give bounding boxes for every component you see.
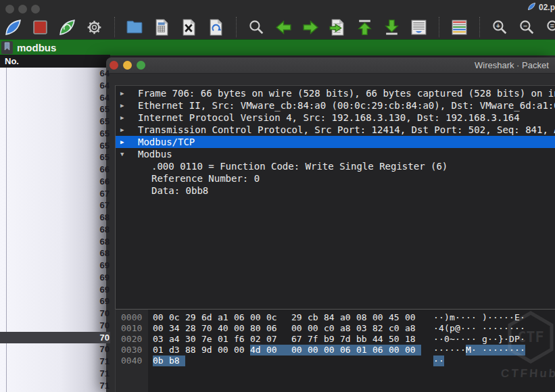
packet-list-row[interactable]: 65	[0, 103, 110, 116]
packet-list-row[interactable]: 66	[0, 164, 110, 176]
hex-byte[interactable]: 06	[340, 345, 356, 356]
packet-list-row[interactable]: 69	[0, 272, 110, 284]
hex-ascii-char[interactable]: ·	[439, 334, 444, 345]
hex-ascii-char[interactable]: ·	[493, 323, 498, 334]
zoom-window-button[interactable]	[31, 5, 40, 14]
hex-ascii-char[interactable]: ·	[444, 345, 450, 356]
find-packet-icon[interactable]	[247, 18, 266, 36]
hex-ascii-char[interactable]: ·	[471, 323, 482, 334]
hex-ascii-char[interactable]: ·	[504, 334, 509, 345]
hex-ascii-char[interactable]: (	[444, 323, 450, 334]
packet-list-row[interactable]: 70	[0, 308, 110, 320]
hex-ascii-char[interactable]: ·	[439, 345, 444, 356]
hex-ascii-char[interactable]: ·	[493, 334, 498, 345]
next-packet-icon[interactable]	[301, 18, 320, 36]
dialog-zoom-button[interactable]	[137, 61, 145, 70]
hex-byte[interactable]: 29	[291, 312, 308, 323]
packet-list-row[interactable]: 70	[0, 343, 110, 356]
colorize-icon[interactable]	[450, 18, 468, 36]
close-file-icon[interactable]	[180, 18, 198, 36]
hex-byte[interactable]: c0	[389, 323, 405, 334]
minimize-window-button[interactable]	[18, 5, 27, 14]
packet-list-row[interactable]: 65	[0, 128, 110, 140]
packet-list-row[interactable]: 69	[0, 260, 110, 272]
packet-list-row[interactable]: 64	[0, 68, 110, 80]
hex-row[interactable]: 00400bb8··	[116, 356, 555, 366]
hex-ascii-char[interactable]: ·	[493, 345, 498, 356]
hex-ascii-char[interactable]: 0	[444, 334, 450, 345]
hex-byte[interactable]: a0	[340, 312, 356, 323]
hex-byte[interactable]: 06	[372, 345, 389, 356]
packet-list-row[interactable]: 68	[0, 247, 110, 260]
hex-ascii-char[interactable]: ·	[439, 312, 444, 323]
hex-byte[interactable]: 02	[250, 334, 266, 345]
hex-byte[interactable]: b8	[169, 356, 185, 366]
filter-bookmark-button[interactable]	[1, 41, 13, 54]
hex-byte[interactable]: 03	[153, 334, 169, 345]
packet-list-row[interactable]: 71	[0, 368, 110, 380]
dialog-minimize-button[interactable]	[123, 61, 132, 70]
hex-byte[interactable]: 00	[405, 345, 421, 356]
hex-ascii-char[interactable]: M	[466, 345, 471, 356]
dialog-title-bar[interactable]: Wireshark · Packet	[106, 57, 555, 74]
hex-byte[interactable]: b9	[324, 334, 340, 345]
hex-byte[interactable]: 40	[218, 323, 234, 334]
hex-byte[interactable]: 0c	[169, 312, 185, 323]
hex-ascii-char[interactable]: }	[498, 334, 504, 345]
hex-byte[interactable]: 84	[324, 312, 340, 323]
chevron-right-icon[interactable]: ▶	[120, 99, 130, 112]
hex-ascii-char[interactable]: ·	[471, 334, 482, 345]
packet-list-row[interactable]: 68	[0, 212, 110, 224]
hex-byte[interactable]: 00	[234, 323, 250, 334]
close-window-button[interactable]	[5, 5, 14, 14]
hex-ascii-char[interactable]: )	[444, 312, 450, 323]
hex-ascii-char[interactable]: ·	[450, 345, 455, 356]
hex-ascii-char[interactable]: ·	[466, 323, 471, 334]
hex-byte[interactable]: a1	[218, 312, 234, 323]
first-packet-icon[interactable]	[356, 18, 374, 36]
hex-ascii-char[interactable]: ·	[439, 356, 444, 366]
hex-byte[interactable]: 08	[356, 312, 372, 323]
hex-byte[interactable]: f6	[234, 334, 250, 345]
hex-byte[interactable]: 29	[185, 312, 201, 323]
packet-list-row[interactable]: 70	[0, 320, 110, 332]
restart-capture-icon[interactable]	[58, 18, 76, 36]
hex-byte[interactable]: 80	[250, 323, 266, 334]
hex-ascii-char[interactable]: ·	[520, 323, 525, 334]
stop-capture-icon[interactable]	[31, 18, 49, 36]
hex-byte[interactable]: bb	[356, 334, 372, 345]
hex-ascii-char[interactable]: p	[450, 323, 455, 334]
hex-byte[interactable]: 34	[169, 323, 185, 334]
packet-list-row[interactable]: 69	[0, 295, 110, 308]
packet-list-row[interactable]: 71	[0, 380, 110, 392]
save-file-icon[interactable]	[153, 18, 171, 36]
hex-byte[interactable]: 00	[234, 345, 250, 356]
hex-ascii-char[interactable]: ·	[460, 334, 466, 345]
hex-ascii-char[interactable]: ·	[471, 345, 482, 356]
hex-ascii-char[interactable]: ·	[471, 312, 482, 323]
packet-detail-row[interactable]: .000 0110 = Function Code: Write Single …	[116, 160, 555, 172]
hex-row[interactable]: 0000000c296da106000c29cb84a008004500··)m…	[116, 312, 555, 323]
hex-ascii-char[interactable]: ·	[482, 323, 487, 334]
hex-byte[interactable]: 9d	[201, 345, 218, 356]
hex-byte[interactable]: 0b	[153, 356, 169, 366]
zoom-out-icon[interactable]: −	[518, 18, 536, 36]
hex-byte[interactable]: 7f	[308, 334, 324, 345]
hex-byte[interactable]: 06	[234, 312, 250, 323]
chevron-right-icon[interactable]: ▶	[120, 136, 130, 148]
packet-list-row[interactable]: 68	[0, 236, 110, 248]
hex-ascii-char[interactable]: E	[514, 312, 520, 323]
hex-ascii-char[interactable]: ·	[514, 323, 520, 334]
hex-ascii-char[interactable]: ·	[504, 323, 509, 334]
packet-detail-row[interactable]: ▶Ethernet II, Src: VMware_cb:84:a0 (00:0…	[116, 99, 555, 112]
hex-ascii-char[interactable]: 4	[439, 323, 444, 334]
hex-byte[interactable]: 00	[153, 312, 169, 323]
packet-list-row[interactable]: 66	[0, 176, 110, 188]
packet-list-row[interactable]: 64	[0, 80, 110, 92]
chevron-down-icon[interactable]: ▼	[120, 148, 130, 160]
packet-list-row[interactable]: 65	[0, 116, 110, 128]
hex-ascii-char[interactable]: D	[509, 334, 514, 345]
hex-ascii-char[interactable]: P	[514, 334, 520, 345]
hex-byte[interactable]: 00	[153, 323, 169, 334]
packet-list-row[interactable]: 65	[0, 151, 110, 164]
